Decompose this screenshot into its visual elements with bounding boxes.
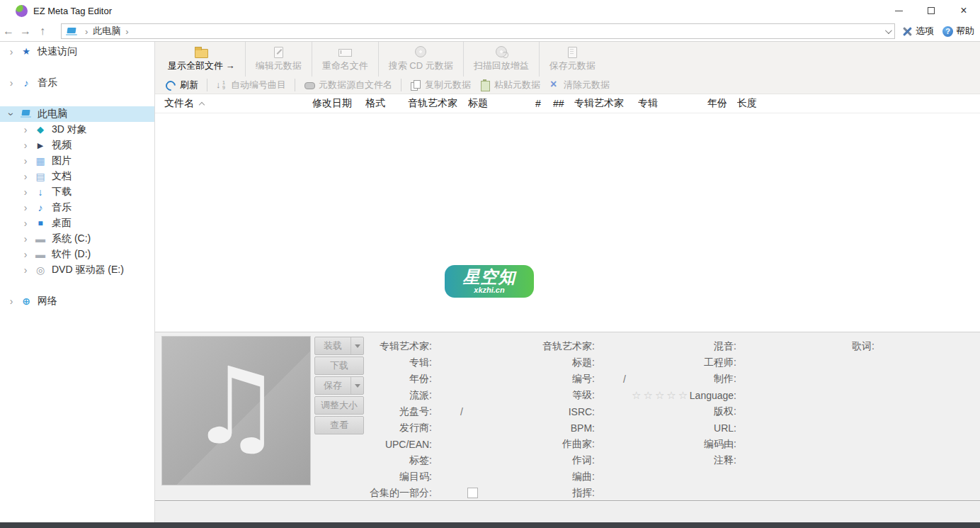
sort-ascending-icon: [199, 101, 205, 107]
toolbar-button[interactable]: 刷新: [161, 79, 207, 91]
options-button[interactable]: 选项: [902, 25, 934, 38]
column-header[interactable]: 音轨艺术家: [408, 97, 468, 110]
tree-item-label: 下载: [52, 186, 72, 198]
expander-chevron-icon[interactable]: ›: [20, 203, 31, 213]
field-row: 标题:: [467, 354, 595, 371]
breadcrumb-this-pc[interactable]: 此电脑: [93, 25, 120, 38]
column-header[interactable]: 专辑艺术家: [574, 97, 638, 110]
field-separator: /: [460, 406, 463, 417]
field-row: 光盘号: /: [358, 403, 432, 420]
toolbar-button[interactable]: 保存元数据: [539, 42, 605, 77]
column-header-label: 音轨艺术家: [408, 97, 457, 110]
column-header[interactable]: 标题: [468, 97, 535, 110]
expander-chevron-icon[interactable]: ›: [6, 78, 17, 88]
column-header[interactable]: 文件名: [155, 97, 312, 110]
field-row: 制作:: [623, 371, 736, 387]
album-art-button[interactable]: 保存: [314, 376, 364, 395]
sidebar-item[interactable]: › 3D 对象: [0, 122, 154, 137]
maximize-button[interactable]: [915, 0, 947, 21]
sidebar-item[interactable]: › 桌面: [0, 215, 154, 231]
expander-chevron-icon[interactable]: ›: [20, 218, 31, 228]
toolbar-button[interactable]: 元数据源自文件名: [300, 79, 401, 91]
sidebar-item[interactable]: › 音乐: [0, 75, 154, 91]
tree-item-icon: [34, 202, 47, 213]
sidebar-item[interactable]: › 图片: [0, 153, 154, 169]
expander-chevron-icon[interactable]: ›: [20, 249, 31, 259]
sidebar-item[interactable]: › 网络: [0, 293, 154, 309]
field-label: 编目码:: [358, 471, 432, 483]
sidebar-item[interactable]: › 文档: [0, 169, 154, 184]
field-label: 制作:: [623, 373, 736, 386]
field-row: 音轨艺术家:: [467, 338, 595, 354]
column-header[interactable]: 修改日期: [312, 97, 365, 110]
toolbar-button-label: 清除元数据: [564, 79, 610, 91]
tree-item-icon: [34, 233, 47, 245]
sidebar-item[interactable]: › 系统 (C:): [0, 231, 154, 247]
toolbar-button[interactable]: 复制元数据: [406, 79, 475, 91]
toolbar-button[interactable]: 搜索 CD 元数据: [378, 42, 463, 77]
toolbar-button-label: 刷新: [180, 79, 198, 91]
album-art-button[interactable]: 调整大小: [314, 396, 364, 415]
album-fields-column: 专辑艺术家: 专辑: 年份:: [358, 338, 432, 501]
column-header-label: 年份: [707, 97, 727, 110]
column-header[interactable]: ##: [553, 98, 574, 109]
tree-item-icon: [34, 264, 47, 276]
forward-button[interactable]: →: [17, 25, 34, 38]
toolbar-button[interactable]: 清除元数据: [545, 79, 614, 91]
sidebar-item[interactable]: › 快速访问: [0, 44, 154, 60]
sidebar-item[interactable]: › 视频: [0, 137, 154, 153]
field-label: 标签:: [358, 454, 432, 467]
toolbar-button-label: 保存元数据: [549, 60, 596, 72]
column-header[interactable]: 年份: [707, 97, 737, 110]
close-button[interactable]: ×: [947, 0, 980, 21]
forward-icon: →: [20, 25, 31, 37]
sidebar-item[interactable]: › 此电脑: [0, 106, 154, 122]
toolbar-button[interactable]: 扫描回放增益: [463, 42, 539, 77]
album-art-button[interactable]: 装载: [314, 337, 364, 355]
address-bar[interactable]: › 此电脑 ›: [61, 23, 895, 39]
sidebar-item[interactable]: › 下载: [0, 184, 154, 200]
column-header[interactable]: #: [535, 98, 553, 109]
sidebar-item[interactable]: › 软件 (D:): [0, 247, 154, 262]
field-label: 专辑:: [358, 356, 432, 369]
toolbar-button-label: 重命名文件: [322, 60, 368, 72]
tree-item-icon: [20, 108, 33, 120]
toolbar-button-icon: [494, 46, 508, 58]
help-button[interactable]: ? 帮助: [942, 25, 974, 38]
toolbar-button[interactable]: 粘贴元数据: [475, 79, 545, 91]
expander-chevron-icon[interactable]: ›: [6, 47, 17, 57]
file-list-area[interactable]: 星空知 xkzhi.cn: [155, 113, 980, 332]
sidebar-item[interactable]: › DVD 驱动器 (E:): [0, 262, 154, 278]
expander-chevron-icon[interactable]: ›: [6, 108, 16, 120]
field-row: 发行商:: [358, 420, 432, 436]
track-fields-column: 音轨艺术家: 标题: 编号: /: [467, 338, 595, 501]
tree-item-label: 音乐: [52, 201, 72, 214]
toolbar-button[interactable]: 编辑元数据: [245, 42, 312, 77]
toolbar-button[interactable]: 自动编号曲目: [212, 79, 295, 91]
expander-chevron-icon[interactable]: ›: [20, 187, 31, 197]
up-button[interactable]: ↑: [34, 25, 51, 38]
minimize-button[interactable]: [882, 0, 915, 21]
toolbar-button[interactable]: 显示全部文件 →: [158, 42, 245, 77]
expander-chevron-icon[interactable]: ›: [20, 172, 31, 181]
album-art-button[interactable]: 下载: [314, 356, 364, 375]
expander-chevron-icon[interactable]: ›: [6, 296, 17, 306]
expander-chevron-icon[interactable]: ›: [20, 234, 31, 244]
tree-item-icon: [34, 218, 47, 229]
tree-item-label: 此电脑: [38, 108, 67, 120]
expander-chevron-icon[interactable]: ›: [20, 140, 31, 150]
tools-icon: [902, 26, 913, 37]
column-header[interactable]: 格式: [365, 97, 408, 110]
column-header[interactable]: 专辑: [638, 97, 707, 110]
column-header-label: 修改日期: [312, 97, 352, 110]
column-header[interactable]: 长度: [737, 97, 765, 110]
field-label: 合集的一部分:: [358, 487, 432, 500]
address-dropdown-icon[interactable]: [885, 27, 892, 34]
expander-chevron-icon[interactable]: ›: [20, 156, 31, 166]
back-button[interactable]: ←: [0, 25, 17, 38]
expander-chevron-icon[interactable]: ›: [20, 125, 31, 135]
expander-chevron-icon[interactable]: ›: [20, 265, 31, 275]
toolbar-button[interactable]: 重命名文件: [312, 42, 378, 77]
sidebar-item[interactable]: › 音乐: [0, 200, 154, 215]
album-art-button[interactable]: 查看: [314, 416, 364, 434]
